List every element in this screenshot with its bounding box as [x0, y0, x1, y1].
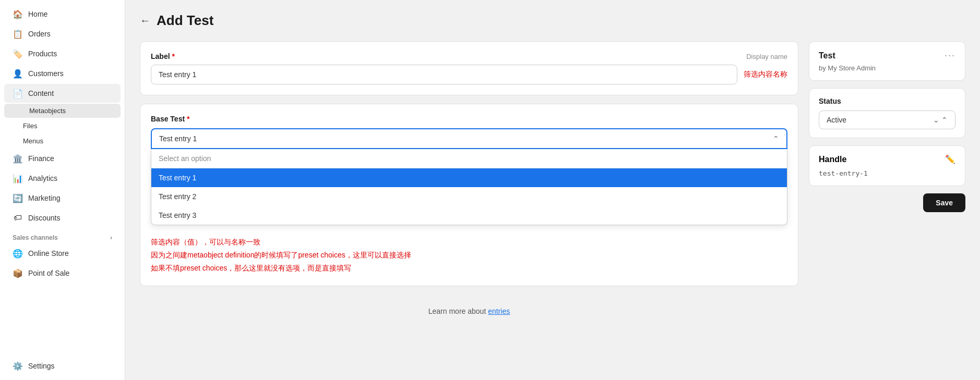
sidebar-item-label: Customers: [28, 69, 64, 78]
sidebar-item-finance[interactable]: 🏛️ Finance: [4, 149, 121, 168]
learn-more-section: Learn more about entries: [140, 307, 798, 315]
base-test-label: Base Test *: [151, 115, 787, 123]
back-button[interactable]: ←: [140, 15, 150, 27]
page-header: ← Add Test: [140, 13, 965, 29]
dropdown-item-0[interactable]: Test entry 1: [151, 168, 787, 187]
sidebar-item-home[interactable]: 🏠 Home: [4, 5, 121, 23]
online-store-icon: 🌐: [13, 248, 23, 259]
sidebar-item-label: Finance: [28, 154, 54, 163]
sidebar-item-files[interactable]: Files: [4, 119, 121, 133]
label-display-name-hint: Display name: [746, 53, 787, 60]
status-chevron-icon: ⌄ ⌃: [933, 116, 948, 124]
label-form-card: Label * Display name 筛选内容名称: [140, 41, 798, 95]
sidebar-item-label: Analytics: [28, 174, 57, 182]
annotation-block: 筛选内容（值），可以与名称一致 因为之间建metaobject definiti…: [151, 236, 787, 275]
finance-icon: 🏛️: [13, 153, 23, 164]
home-icon: 🏠: [13, 9, 23, 19]
customers-icon: 👤: [13, 68, 23, 79]
sidebar-item-label: Marketing: [28, 194, 60, 202]
status-card: Status Active ⌄ ⌃: [809, 88, 965, 138]
annotation-line-0: 筛选内容（值），可以与名称一致: [151, 236, 787, 249]
edit-handle-button[interactable]: ✏️: [945, 154, 955, 164]
sidebar-item-marketing[interactable]: 🔄 Marketing: [4, 189, 121, 207]
status-label: Status: [819, 97, 955, 105]
sidebar-item-products[interactable]: 🏷️ Products: [4, 44, 121, 63]
right-panel: Test ··· by My Store Admin Status Active…: [809, 41, 965, 315]
entries-link[interactable]: entries: [488, 307, 510, 315]
sidebar-item-label: Point of Sale: [28, 269, 69, 277]
info-card-title-row: Test ···: [819, 50, 955, 61]
label-annotation: 筛选内容名称: [744, 70, 787, 79]
select-value: Test entry 1: [159, 134, 197, 143]
dropdown-item-1[interactable]: Test entry 2: [151, 187, 787, 206]
sales-channels-label: Sales channels ›: [0, 228, 125, 243]
sidebar-item-online-store[interactable]: 🌐 Online Store: [4, 244, 121, 263]
sidebar-item-metaobjects[interactable]: Metaobjects: [4, 104, 121, 118]
handle-card: Handle ✏️ test-entry-1: [809, 145, 965, 186]
sidebar-item-label: Products: [28, 50, 57, 58]
label-input[interactable]: [151, 65, 737, 84]
chevron-up-icon: ⌃: [773, 134, 779, 143]
sidebar-item-analytics[interactable]: 📊 Analytics: [4, 169, 121, 188]
sidebar-item-label: Content: [28, 89, 54, 97]
orders-icon: 📋: [13, 29, 23, 39]
sidebar-item-label: Discounts: [28, 214, 60, 222]
sidebar-sub-label: Metaobjects: [29, 107, 66, 115]
annotation-line-1: 因为之间建metaobject definition的时候填写了preset c…: [151, 249, 787, 262]
dropdown-placeholder: Select an option: [151, 149, 787, 168]
main-content: ← Add Test Label * Display name 筛选内容名称: [125, 0, 980, 380]
sidebar-item-customers[interactable]: 👤 Customers: [4, 64, 121, 83]
base-test-select[interactable]: Test entry 1 ⌃: [151, 128, 787, 149]
test-card-title: Test: [819, 51, 835, 60]
products-icon: 🏷️: [13, 48, 23, 59]
sidebar-item-orders[interactable]: 📋 Orders: [4, 24, 121, 43]
save-button[interactable]: Save: [923, 193, 965, 212]
label-required-star: *: [172, 52, 174, 60]
annotation-line-2: 如果不填preset choices，那么这里就没有选项，而是直接填写: [151, 262, 787, 275]
base-test-select-container: Test entry 1 ⌃ Select an option Test ent…: [151, 128, 787, 225]
point-of-sale-icon: 📦: [13, 268, 23, 278]
sidebar-item-settings[interactable]: ⚙️ Settings: [4, 357, 121, 375]
sidebar-item-label: Orders: [28, 30, 51, 38]
sidebar-item-discounts[interactable]: 🏷 Discounts: [4, 209, 121, 227]
base-test-required-star: *: [187, 115, 189, 123]
base-test-form-card: Base Test * Test entry 1 ⌃ Select an opt…: [140, 104, 798, 286]
test-info-card: Test ··· by My Store Admin: [809, 41, 965, 81]
handle-label: Handle: [819, 155, 846, 164]
sidebar-content-label: Menus: [23, 137, 43, 145]
discounts-icon: 🏷: [13, 213, 23, 223]
more-options-button[interactable]: ···: [945, 50, 955, 61]
sidebar-item-menus[interactable]: Menus: [4, 134, 121, 148]
status-select[interactable]: Active ⌄ ⌃: [819, 111, 955, 129]
handle-title-row: Handle ✏️: [819, 154, 955, 164]
settings-icon: ⚙️: [13, 361, 23, 371]
sidebar: 🏠 Home 📋 Orders 🏷️ Products 👤 Customers …: [0, 0, 125, 380]
sidebar-item-point-of-sale[interactable]: 📦 Point of Sale: [4, 264, 121, 283]
select-dropdown: Select an option Test entry 1 Test entry…: [151, 149, 787, 225]
status-value: Active: [827, 116, 846, 124]
content-icon: 📄: [13, 88, 23, 99]
save-button-container: Save: [809, 193, 965, 212]
sidebar-item-content[interactable]: 📄 Content: [4, 84, 121, 103]
handle-value: test-entry-1: [819, 169, 955, 177]
sidebar-item-label: Online Store: [28, 249, 69, 258]
analytics-icon: 📊: [13, 173, 23, 183]
sidebar-content-label: Files: [23, 122, 37, 130]
label-input-container: 筛选内容名称: [151, 65, 787, 84]
content-layout: Label * Display name 筛选内容名称 Base Test *: [140, 41, 965, 315]
test-card-subtitle: by My Store Admin: [819, 64, 955, 72]
page-title: Add Test: [157, 13, 213, 29]
chevron-right-icon: ›: [110, 234, 112, 241]
marketing-icon: 🔄: [13, 193, 23, 203]
label-field-header: Label * Display name: [151, 52, 787, 60]
sidebar-item-label: Settings: [28, 362, 55, 370]
sidebar-item-label: Home: [28, 10, 47, 18]
dropdown-item-2[interactable]: Test entry 3: [151, 206, 787, 225]
label-field-label: Label *: [151, 52, 175, 60]
main-panel: Label * Display name 筛选内容名称 Base Test *: [140, 41, 798, 315]
